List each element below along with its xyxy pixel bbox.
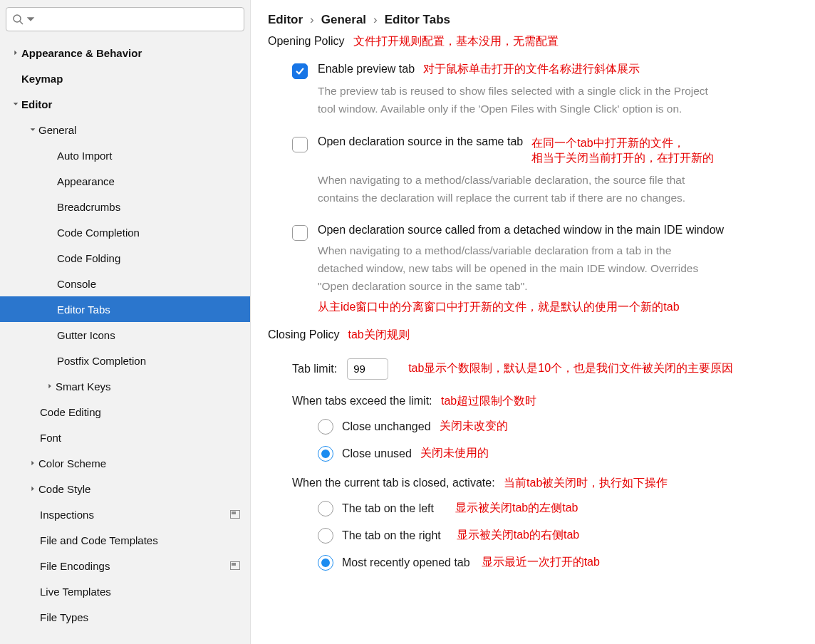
close-unused-row: Close unused 关闭未使用的 [268,440,806,467]
sidebar-item-console[interactable]: Console [0,271,250,296]
sidebar-item-label: Appearance & Behavior [21,47,240,59]
sidebar-item-smart-keys[interactable]: Smart Keys [0,373,250,399]
sidebar-item-gutter-icons[interactable]: Gutter Icons [0,322,250,348]
close-unused-radio[interactable] [318,446,333,462]
sidebar-item-label: Color Scheme [38,457,240,469]
open-decl-same-tab-desc: When navigating to a method/class/variab… [318,172,717,207]
tab-limit-input[interactable] [347,358,388,380]
sidebar-item-code-completion[interactable]: Code Completion [0,219,250,245]
sidebar-item-label: Code Completion [57,227,240,239]
search-input[interactable] [6,7,244,31]
open-decl-same-tab-checkbox[interactable] [292,137,308,152]
sidebar-item-label: File and Code Templates [40,534,240,546]
sidebar-item-label: Breadcrumbs [57,201,240,213]
crumb-editor[interactable]: Editor [268,13,303,27]
sidebar-item-code-editing[interactable]: Code Editing [0,399,250,425]
tab-limit-label: Tab limit: [292,363,337,375]
sidebar-item-inspections[interactable]: Inspections [0,502,250,527]
tab-recent-anno: 显示最近一次打开的tab [482,555,600,570]
close-unused-label: Close unused [342,447,412,460]
sidebar-item-editor-tabs[interactable]: Editor Tabs [0,296,250,322]
sidebar-item-appearance-behavior[interactable]: Appearance & Behavior [0,40,250,66]
anno-line2: 相当于关闭当前打开的，在打开新的 [531,152,714,164]
open-decl-detached-desc: When navigating to a method/class/variab… [318,242,717,295]
close-unchanged-radio[interactable] [318,419,333,435]
tab-left-label: The tab on the left [342,502,434,515]
tab-left-radio[interactable] [318,501,333,516]
open-decl-same-tab-anno: 在同一个tab中打开新的文件， 相当于关闭当前打开的，在打开新的 [531,135,714,166]
sidebar-item-label: Live Templates [40,586,240,598]
sidebar-item-code-folding[interactable]: Code Folding [0,245,250,271]
crumb-sep: › [373,13,378,27]
sidebar-item-general[interactable]: General [0,117,250,142]
tab-right-radio[interactable] [318,528,333,544]
tab-recent-radio[interactable] [318,555,333,571]
tab-left-row: The tab on the left 显示被关闭tab的左侧tab [268,495,806,522]
enable-preview-tab-label: Enable preview tab [318,63,415,75]
sidebar-item-live-templates[interactable]: Live Templates [0,578,250,604]
closing-policy-anno: tab关闭规则 [348,328,409,343]
tab-right-anno: 显示被关闭tab的右侧tab [457,528,579,543]
tabs-exceed-text: When tabs exceed the limit: [292,395,432,407]
sidebar-item-label: Editor [21,98,240,110]
tab-recent-row: Most recently opened tab 显示最近一次打开的tab [268,549,806,576]
sidebar-item-label: Code Folding [57,252,240,264]
tab-left-anno: 显示被关闭tab的左侧tab [455,501,578,516]
enable-preview-tab-option: Enable preview tab 对于鼠标单击打开的文件名称进行斜体展示 T… [268,58,806,121]
tab-closed-anno: 当前tab被关闭时，执行如下操作 [504,477,668,489]
close-unchanged-label: Close unchanged [342,420,431,433]
project-tag-icon [230,561,240,570]
sidebar-item-breadcrumbs[interactable]: Breadcrumbs [0,194,250,219]
search-wrap [0,0,250,37]
sidebar-item-postfix-completion[interactable]: Postfix Completion [0,348,250,373]
tab-right-row: The tab on the right 显示被关闭tab的右侧tab [268,522,806,549]
opening-policy-label: Opening Policy [268,35,345,48]
tab-limit-anno: tab显示个数限制，默认是10个，也是我们文件被关闭的主要原因 [408,361,733,376]
sidebar-item-keymap[interactable]: Keymap [0,66,250,91]
sidebar-item-code-style[interactable]: Code Style [0,476,250,502]
enable-preview-tab-anno: 对于鼠标单击打开的文件名称进行斜体展示 [423,63,640,75]
tab-closed-label: When the current tab is closed, activate… [268,467,806,495]
close-unchanged-row: Close unchanged 关闭未改变的 [268,413,806,440]
tabs-exceed-label: When tabs exceed the limit: tab超过限制个数时 [268,385,806,413]
sidebar-item-label: Keymap [21,73,240,85]
opening-policy-anno: 文件打开规则配置，基本没用，无需配置 [353,34,559,49]
tabs-exceed-anno: tab超过限制个数时 [441,395,536,407]
sidebar-item-label: Inspections [40,509,230,521]
sidebar-item-label: Code Style [38,483,240,495]
tab-closed-text: When the current tab is closed, activate… [292,477,495,489]
enable-preview-tab-desc: The preview tab is reused to show files … [318,83,717,118]
sidebar-item-auto-import[interactable]: Auto Import [0,142,250,168]
sidebar-item-label: Console [57,278,240,290]
close-unused-anno: 关闭未使用的 [420,446,489,461]
open-decl-detached-label: Open declaration source called from a de… [318,224,724,236]
sidebar-item-color-scheme[interactable]: Color Scheme [0,450,250,476]
sidebar-item-label: Font [40,432,240,444]
open-decl-detached-option: Open declaration source called from a de… [268,219,806,298]
sidebar-item-editor-appearance[interactable]: Appearance [0,168,250,194]
sidebar-item-label: Code Editing [40,406,240,418]
tab-limit-row: Tab limit: tab显示个数限制，默认是10个，也是我们文件被关闭的主要… [268,351,806,385]
sidebar-item-file-code-templates[interactable]: File and Code Templates [0,527,250,553]
sidebar-item-file-types[interactable]: File Types [0,604,250,630]
open-decl-detached-anno: 从主ide窗口中的分离窗口中打开新的文件，就是默认的使用一个新的tab [268,300,806,315]
sidebar-item-label: Postfix Completion [57,355,240,367]
sidebar-item-file-encodings[interactable]: File Encodings [0,553,250,578]
settings-tree[interactable]: Appearance & BehaviorKeymapEditorGeneral… [0,37,250,638]
sidebar-item-label: Editor Tabs [57,303,240,316]
open-decl-same-tab-label: Open declaration source in the same tab [318,135,523,147]
sidebar-item-label: General [38,124,240,136]
open-decl-detached-checkbox[interactable] [292,225,308,241]
crumb-general[interactable]: General [321,13,366,27]
enable-preview-tab-checkbox[interactable] [292,63,308,79]
anno-line1: 在同一个tab中打开新的文件， [531,137,684,149]
opening-policy-title: Opening Policy 文件打开规则配置，基本没用，无需配置 [268,34,806,49]
sidebar-item-label: Gutter Icons [57,329,240,341]
crumb-editor-tabs: Editor Tabs [385,13,450,27]
sidebar-item-editor[interactable]: Editor [0,91,250,117]
crumb-sep: › [310,13,314,27]
project-tag-icon [230,510,240,519]
sidebar-item-label: Auto Import [57,150,240,162]
svg-point-0 [14,15,21,22]
sidebar-item-font[interactable]: Font [0,425,250,450]
